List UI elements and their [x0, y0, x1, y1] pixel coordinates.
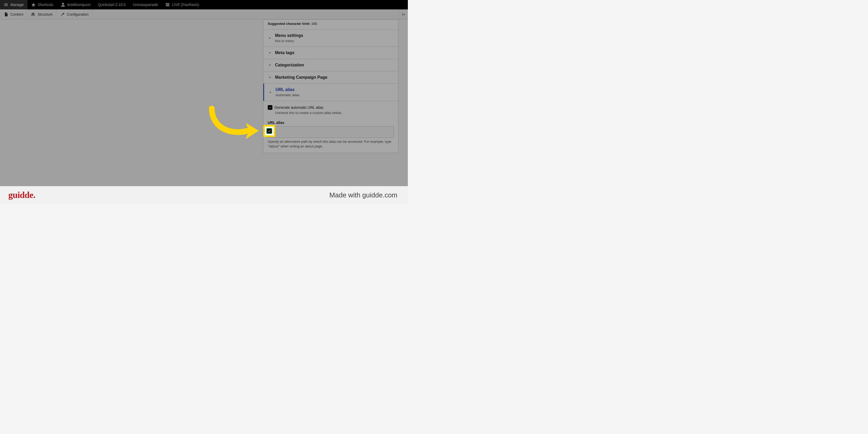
footer-brand: guidde. — [8, 190, 35, 200]
side-panel: Suggested character limit: 160. Menu set… — [263, 19, 398, 153]
toolbar-content[interactable]: Content — [0, 9, 27, 19]
adminbar-manage[interactable]: Manage — [0, 0, 27, 9]
adminbar-shortcuts[interactable]: Shortcuts — [27, 0, 57, 9]
adminbar-unmasquerade[interactable]: Unmasquerade — [129, 0, 162, 9]
highlighted-checkbox-icon — [267, 128, 272, 134]
panel-menu-sub: Not in menu — [275, 39, 303, 43]
panel-url-alias-body: Generate automatic URL alias Uncheck thi… — [263, 101, 398, 153]
adminbar-quickstart[interactable]: Quickstart 2.10.5 — [94, 0, 129, 9]
collapse-icon — [401, 12, 406, 17]
annotation-highlight — [263, 125, 275, 137]
panel-url-alias: URL alias Automatic alias — [263, 84, 398, 101]
url-alias-help: Specify an alternative path by which thi… — [268, 140, 394, 149]
panel-meta-head[interactable]: Meta tags — [264, 47, 398, 59]
panel-meta-title: Meta tags — [275, 51, 294, 55]
panel-url-alias-head[interactable]: URL alias Automatic alias — [264, 84, 398, 101]
generate-alias-label: Generate automatic URL alias — [275, 105, 323, 110]
stage: Manage Shortcuts brekthompson Quickstart… — [0, 0, 408, 204]
panel-menu-title: Menu settings — [275, 33, 303, 38]
adminbar-unmasquerade-label: Unmasquerade — [133, 3, 158, 7]
adminbar-quickstart-label: Quickstart 2.10.5 — [98, 3, 125, 7]
panel-meta-tags: Meta tags — [263, 47, 398, 59]
generate-alias-desc: Uncheck this to create a custom alias be… — [275, 111, 394, 115]
admin-bar: Manage Shortcuts brekthompson Quickstart… — [0, 0, 408, 9]
star-icon — [31, 2, 36, 7]
panel-categorization-title: Categorization — [275, 63, 304, 67]
toolbar-collapse[interactable] — [399, 9, 408, 19]
user-icon — [61, 2, 65, 7]
panel-marketing: Marketing Campaign Page — [263, 71, 398, 84]
toolbar-content-label: Content — [10, 12, 23, 17]
toolbar: Content Structure Configuration — [0, 9, 408, 19]
panel-url-alias-sub: Automatic alias — [276, 93, 300, 97]
toolbar-configuration-label: Configuration — [67, 12, 89, 17]
chevron-down-icon — [268, 63, 272, 67]
adminbar-username: brekthompson — [67, 3, 91, 7]
toolbar-structure-label: Structure — [38, 12, 53, 17]
chevron-down-icon — [268, 75, 272, 80]
generate-alias-row: Generate automatic URL alias — [268, 105, 394, 110]
char-limit-row: Suggested character limit: 160. — [263, 19, 398, 30]
footer-made: Made with guidde.com — [330, 191, 397, 199]
url-alias-input[interactable] — [268, 126, 394, 138]
panel-marketing-head[interactable]: Marketing Campaign Page — [264, 71, 398, 84]
adminbar-manage-label: Manage — [10, 3, 24, 7]
panel-categorization-head[interactable]: Categorization — [264, 59, 398, 71]
panel-menu-settings-head[interactable]: Menu settings Not in menu — [264, 30, 398, 46]
footer: guidde. Made with guidde.com — [0, 186, 408, 204]
hamburger-icon — [4, 2, 8, 7]
chevron-down-icon — [268, 51, 272, 55]
adminbar-user[interactable]: brekthompson — [57, 0, 94, 9]
char-limit-label: Suggested character limit: — [268, 22, 310, 26]
panel-marketing-title: Marketing Campaign Page — [275, 75, 327, 80]
toolbar-structure[interactable]: Structure — [27, 9, 57, 19]
page-icon — [4, 12, 8, 17]
server-icon — [165, 2, 170, 7]
adminbar-env[interactable]: LIVE (Pantheon) — [162, 0, 203, 9]
panel-url-alias-title: URL alias — [276, 87, 300, 92]
generate-alias-checkbox[interactable] — [268, 105, 272, 110]
chevron-up-icon — [268, 90, 272, 94]
sitemap-icon — [31, 12, 36, 17]
chevron-down-icon — [268, 36, 272, 40]
content-area: Suggested character limit: 160. Menu set… — [0, 19, 408, 204]
url-alias-field-label: URL alias — [268, 121, 394, 125]
adminbar-env-label: LIVE (Pantheon) — [172, 3, 199, 7]
wrench-icon — [60, 12, 65, 17]
char-limit-value: 160. — [311, 22, 318, 26]
adminbar-shortcuts-label: Shortcuts — [38, 3, 53, 7]
panel-categorization: Categorization — [263, 59, 398, 71]
toolbar-configuration[interactable]: Configuration — [57, 9, 93, 19]
panel-menu-settings: Menu settings Not in menu — [263, 30, 398, 47]
